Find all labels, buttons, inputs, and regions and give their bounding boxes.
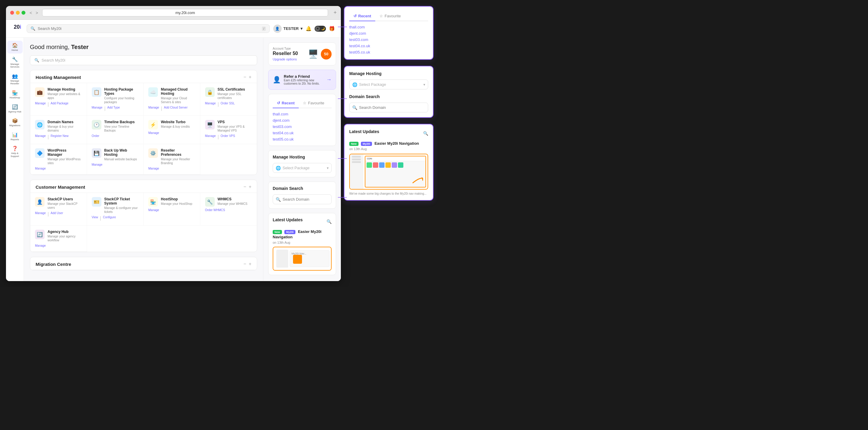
manage-link[interactable]: Manage <box>148 106 159 111</box>
expanded-domain-search-wrap[interactable]: 🔍 <box>349 102 428 113</box>
expand-icon[interactable]: + <box>249 184 251 190</box>
sidebar-item-manage-reseller[interactable]: 👥 Manage Reseller <box>7 71 23 87</box>
view-link[interactable]: View <box>92 216 98 221</box>
refer-arrow-icon[interactable]: → <box>326 76 332 83</box>
sidebar-item-hostshop[interactable]: 🏪 HostShop <box>7 88 23 101</box>
item-domain-names[interactable]: 🌐 Domain Names Manage & buy your domains… <box>30 116 87 144</box>
add-user-link[interactable]: Add User <box>51 211 63 217</box>
domain-link[interactable]: djent.com <box>273 118 332 123</box>
domain-link[interactable]: test03.com <box>349 37 428 42</box>
domain-link[interactable]: test04.co.uk <box>273 131 332 135</box>
dark-theme-btn[interactable]: 🌙 <box>320 26 325 31</box>
expand-icon[interactable]: + <box>249 262 251 267</box>
item-website-turbo[interactable]: ⚡ Website Turbo Manage & buy credits Man… <box>144 116 200 144</box>
domain-link[interactable]: thall.com <box>273 112 332 116</box>
expanded-domain-search-input[interactable] <box>349 102 428 113</box>
expanded-tab-favourite[interactable]: ☆ Favourite <box>375 11 405 21</box>
domain-link[interactable]: test03.com <box>273 124 332 129</box>
upgrade-link[interactable]: Upgrade options <box>273 57 298 61</box>
domain-link[interactable]: test05.co.uk <box>273 137 332 142</box>
domain-link[interactable]: test04.co.uk <box>349 44 428 48</box>
expand-icon[interactable]: + <box>249 74 251 80</box>
manage-link[interactable]: Manage <box>148 208 159 212</box>
updates-search-btn[interactable]: 🔍 <box>423 131 428 136</box>
manage-link[interactable]: Manage <box>148 167 159 170</box>
notifications-icon[interactable]: 🔔 <box>306 26 312 31</box>
expanded-tab-recent[interactable]: ↺ Recent <box>349 11 375 21</box>
url-bar[interactable]: my.20i.com <box>42 9 328 17</box>
maximize-button[interactable] <box>22 11 25 14</box>
latest-updates-search-btn[interactable]: 🔍 <box>327 219 332 224</box>
item-stackcp-ticket-system[interactable]: 🎫 StackCP Ticket System Manage & configu… <box>87 193 144 225</box>
item-reseller-preferences[interactable]: ⚙️ Reseller Preferences Manage your Rese… <box>144 144 200 175</box>
forward-arrow[interactable]: > <box>34 10 39 16</box>
gift-icon[interactable]: 🎁 <box>329 26 335 31</box>
section-controls-migration[interactable]: − + <box>243 262 251 267</box>
item-backup-web-hosting[interactable]: 💾 Back Up Web Hosting Manual website bac… <box>87 144 144 175</box>
domain-search-input[interactable] <box>273 194 332 204</box>
light-theme-btn[interactable]: ☀ <box>315 26 320 31</box>
item-whmcs[interactable]: 🔧 WHMCS Manage your WHMCS Order WHMCS <box>200 193 257 225</box>
order-link[interactable]: Order <box>92 134 99 137</box>
item-stackcp-users[interactable]: 👤 StackCP Users Manage your StackCP user… <box>30 193 87 225</box>
select-package-dropdown[interactable]: Select Package <box>273 163 332 173</box>
tab-recent[interactable]: ↺ Recent <box>273 98 299 108</box>
select-package-wrap[interactable]: 🌐 Select Package ▾ <box>273 163 332 173</box>
manage-link[interactable]: Manage <box>205 102 216 107</box>
global-search-input[interactable] <box>38 26 259 31</box>
back-arrow[interactable]: < <box>28 10 33 16</box>
close-button[interactable] <box>10 11 14 14</box>
manage-link[interactable]: Manage <box>148 131 159 134</box>
sidebar-item-reports[interactable]: 📊 Reports <box>7 130 23 143</box>
content-search[interactable]: 🔍 Search My20i <box>30 55 257 65</box>
expanded-select-package-dropdown[interactable]: Select Package <box>349 80 428 89</box>
add-cloud-server-link[interactable]: Add Cloud Server <box>164 106 187 111</box>
add-type-link[interactable]: Add Type <box>107 106 120 111</box>
refer-a-friend-card[interactable]: 👤 Refer a Friend Earn £25 referring new … <box>268 70 336 90</box>
collapse-icon[interactable]: − <box>243 184 246 190</box>
item-manage-hosting[interactable]: 💼 Manage Hosting Manage your websites & … <box>30 83 87 116</box>
sidebar-item-help-support[interactable]: ❓ Help & Support <box>7 144 23 159</box>
section-controls-customer[interactable]: − + <box>243 184 251 190</box>
collapse-icon[interactable]: − <box>243 262 246 267</box>
item-ssl-certificates[interactable]: 🔒 SSL Certificates Manage your SSL certi… <box>200 83 257 116</box>
manage-link[interactable]: Manage <box>35 244 46 247</box>
order-ssl-link[interactable]: Order SSL <box>221 102 235 107</box>
domain-link[interactable]: djent.com <box>349 31 428 36</box>
new-tab-button[interactable]: + <box>333 9 337 16</box>
global-search-bar[interactable]: 🔍 / <box>27 24 270 33</box>
section-controls-hosting[interactable]: − + <box>243 74 251 80</box>
order-whmcs-link[interactable]: Order WHMCS <box>205 208 225 212</box>
tab-favourite[interactable]: ☆ Favourite <box>299 98 328 108</box>
item-vps[interactable]: 🖥️ VPS Manage your VPS & Managed VPS Man… <box>200 116 257 144</box>
sidebar-item-migrations[interactable]: 📦 Migrations <box>7 116 23 129</box>
item-agency-hub-customer[interactable]: 🔄 Agency Hub Manage your agency workflow… <box>30 225 87 252</box>
manage-link[interactable]: Manage <box>35 134 46 140</box>
item-timeline-backups[interactable]: 🕐 Timeline Backups View your Timeline Ba… <box>87 116 144 144</box>
manage-link[interactable]: Manage <box>35 167 46 170</box>
sidebar-item-manage-services[interactable]: 🔧 Manage Services <box>7 55 23 70</box>
collapse-icon[interactable]: − <box>243 74 246 80</box>
domain-link[interactable]: test05.co.uk <box>349 50 428 54</box>
manage-link[interactable]: Manage <box>205 134 216 140</box>
item-hostshop-customer[interactable]: 🏪 HostShop Manage your HostShop Manage <box>144 193 200 225</box>
expanded-select-package-wrap[interactable]: 🌐 Select Package ▾ <box>349 80 428 89</box>
manage-link[interactable]: Manage <box>92 163 102 166</box>
user-info[interactable]: 👤 TESTER ▾ <box>273 25 303 33</box>
register-new-link[interactable]: Register New <box>51 134 68 140</box>
manage-link[interactable]: Manage <box>35 102 46 107</box>
item-managed-cloud-hosting[interactable]: ☁️ Managed Cloud Hosting Manage your Clo… <box>144 83 200 116</box>
configure-link[interactable]: Configure <box>103 216 116 221</box>
minimize-button[interactable] <box>16 11 20 14</box>
item-wordpress-manager[interactable]: 🔷 WordPress Manager Manage your WordPres… <box>30 144 87 175</box>
domain-search-wrap[interactable]: 🔍 <box>273 194 332 204</box>
manage-link[interactable]: Manage <box>92 106 102 111</box>
theme-toggle[interactable]: ☀ 🌙 <box>315 26 326 32</box>
order-vps-link[interactable]: Order VPS <box>221 134 235 140</box>
domain-link[interactable]: thall.com <box>349 25 428 29</box>
manage-link[interactable]: Manage <box>35 211 46 217</box>
sidebar-item-agency-hub[interactable]: 🔄 Agency Hub <box>7 102 23 115</box>
item-hosting-package-types[interactable]: 📋 Hosting Package Types Configure your h… <box>87 83 144 116</box>
add-package-link[interactable]: Add Package <box>51 102 68 107</box>
sidebar-item-home[interactable]: 🏠 Home <box>7 41 23 54</box>
